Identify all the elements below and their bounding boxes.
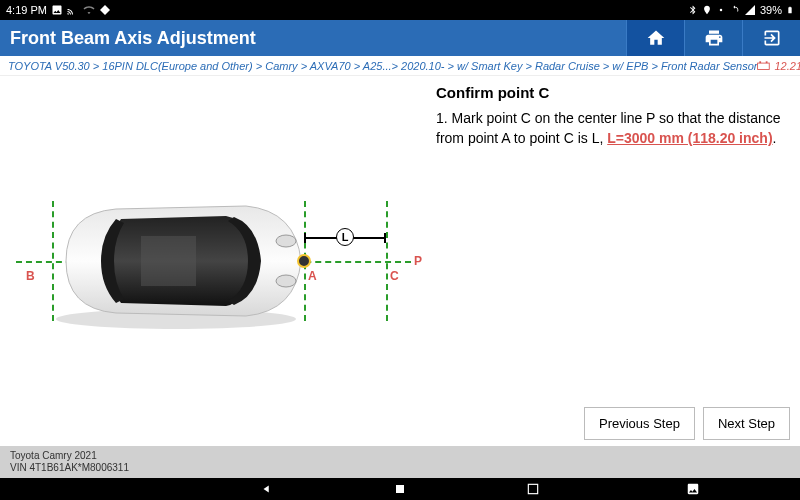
page-title: Front Beam Axis Adjustment [10,28,256,49]
radar-target-point [297,254,311,268]
svg-rect-2 [760,61,762,63]
line-p-label: P [414,254,422,268]
android-nav-bar [0,478,800,500]
step-highlight: L=3000 mm (118.20 inch) [607,130,772,146]
svg-rect-8 [396,485,404,493]
vline-c [386,201,388,321]
home-button[interactable] [626,20,684,56]
diagram-pane: L B A C P [0,76,432,446]
svg-rect-1 [758,63,770,69]
svg-point-0 [720,9,723,12]
step-text-suffix: . [773,130,777,146]
home-icon [646,28,666,48]
android-status-bar: 4:19 PM 39% [0,0,800,20]
battery-voltage-icon [757,61,771,71]
location-icon [702,4,712,16]
label-l: L [342,231,349,243]
status-right: 39% [688,4,794,16]
svg-rect-3 [766,61,768,63]
instruction-heading: Confirm point C [436,84,788,101]
title-buttons [626,20,800,56]
instruction-pane: Confirm point C 1. Mark point C on the c… [432,76,800,446]
point-a-label: A [308,269,317,283]
svg-rect-5 [141,236,196,286]
cast-icon [67,4,79,16]
bracket-right [384,233,386,243]
main-content: L B A C P Confirm point C 1. Mark point … [0,76,800,446]
step-nav-buttons: Previous Step Next Step [584,407,790,440]
back-icon[interactable] [260,482,274,496]
bluetooth-icon [688,4,698,16]
instruction-step: 1. Mark point C on the center line P so … [436,109,788,148]
signal-icon [744,4,756,16]
svg-rect-9 [528,484,537,493]
battery-percent: 39% [760,4,782,16]
diamond-icon [99,4,111,16]
title-bar: Front Beam Axis Adjustment [0,20,800,56]
voltage-indicator: 12.21V [757,60,800,72]
point-c-label: C [390,269,399,283]
home-nav-icon[interactable] [394,483,406,495]
svg-point-7 [276,275,296,287]
status-time: 4:19 PM [6,4,47,16]
exit-button[interactable] [742,20,800,56]
exit-icon [762,28,782,48]
voltage-value: 12.21V [774,60,800,72]
vehicle-info-bar: Toyota Camry 2021 VIN 4T1B61AK*M8006311 [0,446,800,478]
car-top-view [46,191,306,331]
recent-icon[interactable] [526,482,540,496]
label-l-circle: L [336,228,354,246]
breadcrumb-row: TOYOTA V50.30 > 16PIN DLC(Europe and Oth… [0,56,800,76]
gps-icon [716,4,726,16]
vehicle-name: Toyota Camry 2021 [10,450,790,462]
print-icon [704,28,724,48]
status-left: 4:19 PM [6,4,111,16]
screenshot-icon[interactable] [686,482,700,496]
vehicle-vin: VIN 4T1B61AK*M8006311 [10,462,790,474]
bracket-left [304,233,306,243]
breadcrumb: TOYOTA V50.30 > 16PIN DLC(Europe and Oth… [8,60,757,72]
point-b-label: B [26,269,35,283]
image-icon [51,4,63,16]
svg-point-6 [276,235,296,247]
battery-icon [786,4,794,16]
previous-step-button[interactable]: Previous Step [584,407,695,440]
car-diagram: L B A C P [6,161,426,361]
wifi-icon [83,4,95,16]
sync-icon [730,4,740,16]
next-step-button[interactable]: Next Step [703,407,790,440]
print-button[interactable] [684,20,742,56]
